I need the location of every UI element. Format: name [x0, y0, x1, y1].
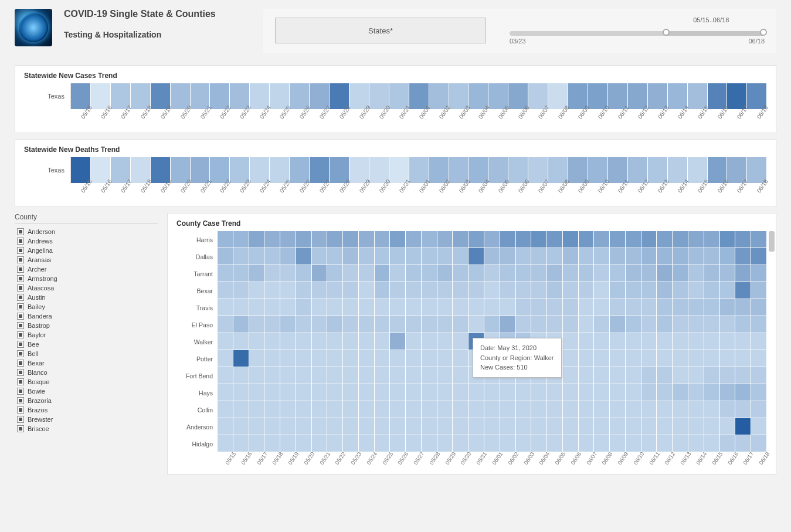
heatmap-cell[interactable] [735, 401, 751, 418]
heatmap-cell[interactable] [751, 435, 767, 452]
heatmap-cell[interactable] [516, 248, 532, 265]
heatmap-cell[interactable] [720, 401, 736, 418]
heatmap-cell[interactable] [610, 316, 626, 333]
heatmap-cell[interactable] [249, 384, 265, 401]
heatmap-cell[interactable] [688, 401, 704, 418]
heatmap-cell[interactable] [469, 384, 484, 401]
heatmap-cell[interactable] [704, 231, 720, 248]
heatmap-cell[interactable] [610, 350, 626, 367]
heatmap-cell[interactable] [390, 367, 406, 384]
heatmap-cell[interactable] [594, 316, 610, 333]
heatmap-cell[interactable] [579, 299, 595, 316]
county-heatmap[interactable]: HarrisDallasTarrantBexarTravisEl PasoWal… [176, 231, 767, 452]
heatmap-cell[interactable] [312, 299, 328, 316]
heatmap-cell[interactable] [657, 435, 673, 452]
heatmap-cell[interactable] [563, 418, 579, 435]
heatmap-cell[interactable] [720, 367, 736, 384]
heatmap-cell[interactable] [390, 384, 406, 401]
heatmap-cell[interactable] [233, 316, 249, 333]
heatmap-cell[interactable] [233, 265, 249, 282]
heatmap-cell[interactable] [453, 282, 469, 299]
heatmap-cell[interactable] [657, 248, 673, 265]
checkbox-icon[interactable] [17, 360, 24, 367]
heatmap-cell[interactable] [657, 316, 673, 333]
heatmap-cell[interactable] [359, 367, 375, 384]
heatmap-cell[interactable] [359, 401, 375, 418]
heatmap-cell[interactable] [641, 418, 657, 435]
heatmap-cell[interactable] [359, 350, 375, 367]
heatmap-cell[interactable] [249, 333, 265, 350]
scrollbar-thumb[interactable] [769, 231, 775, 252]
heatmap-cell[interactable] [641, 401, 657, 418]
heatmap-cell[interactable] [500, 418, 516, 435]
heatmap-cell[interactable] [469, 316, 484, 333]
heatmap-cell[interactable] [280, 265, 296, 282]
heatmap-cell[interactable] [390, 265, 406, 282]
heatmap-cell[interactable] [673, 384, 688, 401]
heatmap-cell[interactable] [626, 384, 641, 401]
heatmap-cell[interactable] [720, 316, 736, 333]
heatmap-cell[interactable] [751, 316, 767, 333]
heatmap-cell[interactable] [469, 299, 484, 316]
heatmap-cell[interactable] [343, 435, 359, 452]
heatmap-cell[interactable] [327, 299, 343, 316]
heatmap-cell[interactable] [375, 316, 391, 333]
heatmap-cell[interactable] [280, 435, 296, 452]
heatmap-cell[interactable] [280, 401, 296, 418]
heatmap-cell[interactable] [673, 299, 688, 316]
county-filter-item[interactable]: Briscoe [15, 424, 158, 433]
heatmap-cell[interactable] [264, 248, 280, 265]
heatmap-cell[interactable] [531, 418, 547, 435]
heatmap-cell[interactable] [453, 316, 469, 333]
heatmap-cell[interactable] [579, 248, 595, 265]
heatmap-cell[interactable] [735, 333, 751, 350]
heatmap-cell[interactable] [453, 231, 469, 248]
heatmap-cell[interactable] [594, 418, 610, 435]
heatmap-cell[interactable] [673, 435, 688, 452]
heatmap-cell[interactable] [359, 248, 375, 265]
heatmap-cell[interactable] [579, 265, 595, 282]
county-row-cells[interactable] [218, 248, 767, 265]
heatmap-cell[interactable] [720, 231, 736, 248]
heatmap-cell[interactable] [547, 316, 563, 333]
heatmap-cell[interactable] [735, 418, 751, 435]
heatmap-cell[interactable] [437, 401, 453, 418]
heatmap-cell[interactable] [453, 367, 469, 384]
heatmap-cell[interactable] [563, 350, 579, 367]
heatmap-cell[interactable] [720, 265, 736, 282]
heatmap-cell[interactable] [500, 231, 516, 248]
heatmap-cell[interactable] [375, 333, 391, 350]
heatmap-cell[interactable] [312, 282, 328, 299]
heatmap-cell[interactable] [406, 418, 422, 435]
heatmap-cell[interactable] [422, 350, 437, 367]
heatmap-cell[interactable] [610, 282, 626, 299]
heatmap-cell[interactable] [688, 316, 704, 333]
heatmap-cell[interactable] [218, 384, 233, 401]
heatmap-cell[interactable] [594, 333, 610, 350]
heatmap-cell[interactable] [264, 401, 280, 418]
heatmap-cell[interactable] [516, 435, 532, 452]
heatmap-cell[interactable] [500, 299, 516, 316]
county-filter-item[interactable]: Bexar [15, 358, 158, 368]
heatmap-cell[interactable] [531, 265, 547, 282]
heatmap-cell[interactable] [531, 435, 547, 452]
heatmap-cell[interactable] [579, 350, 595, 367]
heatmap-cell[interactable] [547, 265, 563, 282]
heatmap-cell[interactable] [563, 384, 579, 401]
heatmap-cell[interactable] [610, 418, 626, 435]
heatmap-cell[interactable] [610, 299, 626, 316]
heatmap-cell[interactable] [249, 248, 265, 265]
heatmap-cell[interactable] [720, 418, 736, 435]
heatmap-cell[interactable] [704, 418, 720, 435]
heatmap-cell[interactable] [327, 333, 343, 350]
heatmap-cell[interactable] [563, 231, 579, 248]
heatmap-cell[interactable] [563, 367, 579, 384]
heatmap-cell[interactable] [437, 299, 453, 316]
heatmap-cell[interactable] [233, 231, 249, 248]
checkbox-icon[interactable] [17, 275, 24, 282]
slider-track[interactable] [510, 31, 765, 36]
heatmap-cell[interactable] [579, 316, 595, 333]
heatmap-cell[interactable] [264, 231, 280, 248]
heatmap-cell[interactable] [610, 333, 626, 350]
county-filter-item[interactable]: Brazoria [15, 396, 158, 405]
